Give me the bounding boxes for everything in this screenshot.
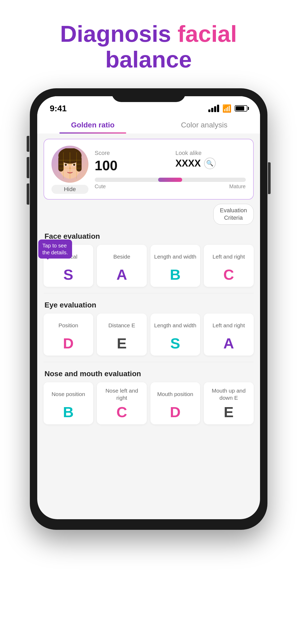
score-row: Score 100 Look alike XXXX 🔍	[95, 150, 246, 173]
eye-position-grade: D	[63, 335, 74, 352]
score-value: 100	[95, 158, 165, 173]
face-left-right-grade: C	[223, 266, 234, 283]
score-section: Score 100	[95, 150, 165, 173]
score-info: Score 100 Look alike XXXX 🔍 Cut	[95, 150, 246, 190]
phone-volume-mute-button	[27, 136, 29, 152]
gauge-mature-label: Mature	[229, 183, 246, 190]
face-vertical-card[interactable]: Tap to seethe details. Vertical S	[44, 245, 93, 287]
face-length-width-label: Length and width	[154, 250, 196, 264]
score-card: Hide Score 100 Look alike XXXX 🔍	[44, 139, 254, 200]
mouth-up-down-label: Mouth up and down E	[207, 387, 251, 402]
look-alike-value: XXXX	[176, 158, 201, 169]
svg-rect-2	[58, 156, 64, 172]
face-length-width-card[interactable]: Length and width B	[150, 245, 200, 287]
eye-length-width-card[interactable]: Length and width S	[150, 314, 200, 356]
eye-left-right-label: Left and right	[213, 318, 245, 333]
face-left-right-card[interactable]: Left and right C	[204, 245, 254, 287]
nose-position-label: Nose position	[51, 387, 85, 401]
bottom-spacer	[37, 431, 260, 441]
nose-mouth-eval-header: Nose and mouth evaluation	[37, 362, 260, 382]
eval-criteria-row: EvaluationCriteria	[37, 200, 260, 225]
eye-distance-grade: E	[117, 335, 127, 352]
eye-length-width-grade: S	[170, 335, 180, 352]
look-alike-section: Look alike XXXX 🔍	[176, 150, 246, 169]
face-length-width-grade: B	[170, 266, 181, 283]
status-icons: 📶	[208, 104, 247, 113]
mouth-up-down-grade: E	[224, 403, 234, 421]
signal-bar-1	[208, 109, 210, 112]
signal-bar-3	[214, 106, 216, 112]
face-left-right-label: Left and right	[213, 250, 245, 264]
face-beside-label: Beside	[113, 250, 130, 264]
score-label: Score	[95, 150, 165, 157]
hero-word-diagnosis: Diagnosis	[60, 21, 171, 47]
gauge-labels: Cute Mature	[95, 183, 246, 190]
hero-word-balance: balance	[105, 46, 192, 72]
tab-bar: Golden ratio Color analysis	[37, 117, 260, 134]
gauge-cute-label: Cute	[95, 183, 106, 190]
svg-point-7	[73, 164, 75, 166]
status-time: 9:41	[50, 104, 67, 113]
tab-golden-ratio[interactable]: Golden ratio	[37, 121, 149, 134]
phone-notch	[112, 88, 186, 102]
hero-title: Diagnosis facial balance	[44, 21, 253, 72]
eye-length-width-label: Length and width	[154, 318, 196, 333]
phone-power-button	[268, 162, 271, 194]
face-vertical-grade: S	[63, 266, 73, 283]
battery-icon	[235, 105, 247, 112]
eye-eval-grid: Position D Distance E E Length and width…	[37, 314, 260, 362]
face-beside-card[interactable]: Beside A	[97, 245, 147, 287]
nose-position-grade: B	[63, 403, 74, 421]
face-beside-grade: A	[116, 266, 127, 283]
avatar	[51, 146, 88, 183]
cute-mature-gauge	[95, 178, 246, 182]
hide-button[interactable]: Hide	[51, 185, 88, 194]
svg-rect-3	[76, 156, 82, 172]
signal-icon	[208, 105, 219, 112]
nose-left-right-label: Nose left and right	[100, 387, 144, 402]
signal-bar-2	[211, 108, 213, 112]
eye-eval-header: Eye evaluation	[37, 293, 260, 314]
phone-screen: 9:41 📶 Golden ratio Color analysi	[37, 96, 260, 519]
face-image	[54, 148, 86, 180]
signal-bar-4	[217, 105, 219, 112]
phone-volume-down-button	[27, 183, 29, 205]
mouth-position-card[interactable]: Mouth position D	[150, 382, 200, 425]
phone-volume-up-button	[27, 157, 29, 178]
battery-fill	[236, 106, 244, 111]
look-alike-label: Look alike	[176, 150, 246, 157]
eye-left-right-card[interactable]: Left and right A	[204, 314, 254, 356]
mouth-position-grade: D	[170, 403, 181, 421]
mouth-up-down-card[interactable]: Mouth up and down E E	[204, 382, 254, 425]
nose-mouth-eval-grid: Nose position B Nose left and right C Mo…	[37, 382, 260, 431]
eye-distance-label: Distance E	[108, 318, 135, 333]
gauge-fill	[158, 178, 182, 182]
nose-position-card[interactable]: Nose position B	[44, 382, 93, 425]
look-alike-row: XXXX 🔍	[176, 158, 246, 169]
avatar-wrap: Hide	[51, 146, 88, 194]
nose-left-right-card[interactable]: Nose left and right C	[97, 382, 147, 425]
wifi-icon: 📶	[222, 104, 232, 113]
face-eval-grid: Tap to seethe details. Vertical S Beside…	[37, 245, 260, 293]
tab-color-analysis[interactable]: Color analysis	[149, 121, 260, 134]
svg-point-6	[65, 164, 67, 166]
phone-frame: 9:41 📶 Golden ratio Color analysi	[30, 88, 267, 530]
tooltip-bubble: Tap to seethe details.	[38, 240, 72, 259]
eye-left-right-grade: A	[223, 335, 234, 352]
eye-distance-card[interactable]: Distance E E	[97, 314, 147, 356]
nose-left-right-grade: C	[116, 403, 127, 421]
eval-criteria-button[interactable]: EvaluationCriteria	[213, 204, 254, 225]
eye-position-card[interactable]: Position D	[44, 314, 93, 356]
eye-position-label: Position	[58, 318, 78, 333]
search-button[interactable]: 🔍	[204, 158, 216, 169]
hero-word-facial: facial	[177, 21, 237, 47]
mouth-position-label: Mouth position	[157, 387, 193, 401]
